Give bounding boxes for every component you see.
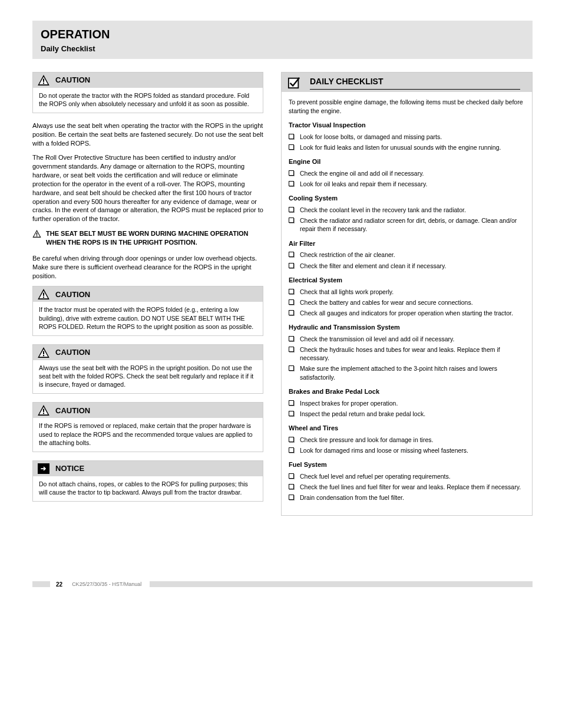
callout-body: If the ROPS is removed or replaced, make…: [33, 418, 263, 452]
svg-rect-2: [37, 233, 38, 235]
checkbox-empty-icon[interactable]: [289, 170, 294, 176]
checkbox-empty-icon[interactable]: [289, 484, 294, 489]
checklist-item: Look for oil leaks and repair them if ne…: [289, 180, 525, 188]
svg-rect-10: [289, 78, 299, 88]
checkbox-empty-icon[interactable]: [289, 289, 294, 294]
checklist-item-text: Check tire pressure and look for damage …: [300, 436, 433, 444]
right-column: DAILY CHECKLIST To prevent possible engi…: [281, 72, 533, 516]
checkbox-empty-icon[interactable]: [289, 181, 294, 186]
checkbox-empty-icon[interactable]: [289, 263, 294, 268]
checklist-item: Check that all lights work properly.: [289, 288, 525, 296]
page-title: OPERATION: [41, 27, 524, 42]
checklist-section: Fuel SystemCheck fuel level and refuel p…: [289, 460, 525, 502]
callout-label: CAUTION: [55, 406, 90, 416]
checklist-item-text: Check the filter and element and clean i…: [300, 262, 446, 270]
checkbox-empty-icon[interactable]: [289, 144, 294, 150]
checklist-section: Wheel and TiresCheck tire pressure and l…: [289, 424, 525, 454]
left-column: CAUTION Do not operate the tractor with …: [32, 72, 263, 510]
checklist-section: Brakes and Brake Pedal LockInspect brake…: [289, 387, 525, 418]
checklist-head: DAILY CHECKLIST: [282, 73, 532, 93]
footer-decoration: [150, 581, 533, 587]
checklist-title: DAILY CHECKLIST: [310, 76, 520, 90]
callout-body: Do not operate the tractor with the ROPS…: [33, 88, 263, 113]
checkbox-empty-icon[interactable]: [289, 299, 294, 305]
checklist-item: Check the fuel lines and fuel filter for…: [289, 483, 525, 491]
checklist-item-text: Check fuel level and refuel per operatin…: [300, 472, 451, 480]
checkbox-empty-icon[interactable]: [289, 336, 294, 341]
checklist-item: Check the filter and element and clean i…: [289, 262, 525, 270]
checkbox-empty-icon[interactable]: [289, 218, 294, 223]
checklist-body: To prevent possible engine damage, the f…: [282, 92, 532, 515]
checklist-item-text: Inspect brakes for proper operation.: [300, 399, 398, 407]
checkbox-empty-icon[interactable]: [289, 207, 294, 212]
svg-rect-4: [43, 293, 44, 296]
checklist-section: Hydraulic and Transmission SystemCheck t…: [289, 323, 525, 381]
checklist-box: DAILY CHECKLIST To prevent possible engi…: [281, 72, 533, 516]
checkbox-empty-icon[interactable]: [289, 495, 294, 500]
checklist-item: Drain condensation from the fuel filter.: [289, 493, 525, 502]
checklist-item: Check the transmission oil level and add…: [289, 335, 525, 343]
checklist-item-text: Make sure the implement attached to the …: [300, 364, 525, 381]
checkbox-empty-icon[interactable]: [289, 347, 294, 352]
checklist-item-text: Drain condensation from the fuel filter.: [300, 493, 404, 502]
checkbox-empty-icon[interactable]: [289, 411, 294, 416]
svg-rect-3: [37, 236, 38, 237]
checklist-item-text: Check that all lights work properly.: [300, 288, 394, 296]
checkbox-empty-icon[interactable]: [289, 365, 294, 371]
checklist-item-text: Check all gauges and indicators for prop…: [300, 309, 513, 317]
warning-triangle-icon: [38, 347, 49, 358]
section-title: Cooling System: [289, 194, 525, 203]
inline-warning-text: THE SEAT BELT MUST BE WORN DURING MACHIN…: [46, 229, 263, 247]
checklist-item: Check all gauges and indicators for prop…: [289, 309, 525, 317]
checkbox-empty-icon[interactable]: [289, 473, 294, 479]
warning-triangle-icon: [38, 75, 49, 85]
paragraph: The Roll Over Protective Structure has b…: [32, 153, 263, 223]
callout-label: CAUTION: [55, 289, 90, 300]
callout-label: CAUTION: [55, 347, 90, 358]
section-title: Tractor Visual Inspection: [289, 121, 525, 130]
checkbox-empty-icon[interactable]: [289, 400, 294, 406]
checkbox-empty-icon[interactable]: [289, 437, 294, 442]
checklist-item: Look for damaged rims and loose or missi…: [289, 446, 525, 454]
checklist-item: Check the coolant level in the recovery …: [289, 206, 525, 214]
checklist-item: Inspect brakes for proper operation.: [289, 399, 525, 407]
callout-head: CAUTION: [33, 73, 263, 88]
svg-rect-9: [43, 413, 44, 414]
content-columns: CAUTION Do not operate the tractor with …: [32, 72, 533, 516]
checklist-section: Electrical SystemCheck that all lights w…: [289, 276, 525, 317]
warning-triangle-icon: [38, 289, 49, 299]
checkbox-empty-icon[interactable]: [289, 310, 294, 315]
body-text: Always use the seat belt when operating …: [32, 121, 263, 223]
checkbox-empty-icon[interactable]: [289, 447, 294, 453]
paragraph: Be careful when driving through door ope…: [32, 254, 263, 281]
notice-callout: NOTICE Do not attach chains, ropes, or c…: [32, 460, 263, 502]
checklist-item: Look for loose bolts, or damaged and mis…: [289, 133, 525, 141]
checklist-item: Check the battery and cables for wear an…: [289, 298, 525, 307]
footer-decoration: [32, 581, 50, 587]
checklist-item: Check the hydraulic hoses and tubes for …: [289, 345, 525, 362]
callout-head: CAUTION: [33, 403, 263, 418]
checklist-item: Check tire pressure and look for damage …: [289, 436, 525, 444]
checklist-item-text: Check the fuel lines and fuel filter for…: [300, 483, 521, 491]
section-title: Engine Oil: [289, 157, 525, 166]
page-subtitle: Daily Checklist: [41, 44, 524, 54]
arrow-box-icon: [38, 463, 49, 474]
caution-callout-3: CAUTION Always use the seat belt with th…: [32, 344, 263, 394]
callout-label: CAUTION: [55, 75, 90, 85]
callout-head: NOTICE: [33, 461, 263, 476]
checklist-item: Check fuel level and refuel per operatin…: [289, 472, 525, 480]
caution-callout-2: CAUTION If the tractor must be operated …: [32, 286, 263, 336]
section-title: Electrical System: [289, 276, 525, 285]
checklist-item-text: Look for fluid leaks and listen for unus…: [300, 143, 501, 151]
warning-triangle-icon: [32, 230, 41, 238]
checklist-item-text: Check the transmission oil level and add…: [300, 335, 454, 343]
footer: 22 CK25/27/30/35 - HST/Manual: [32, 581, 533, 589]
checklist-item-text: Check the engine oil and add oil if nece…: [300, 169, 424, 177]
checkbox-empty-icon[interactable]: [289, 252, 294, 257]
checkbox-empty-icon[interactable]: [289, 134, 294, 139]
callout-label: NOTICE: [55, 463, 84, 474]
checklist-item: Inspect the pedal return and brake pedal…: [289, 410, 525, 418]
caution-callout-4: CAUTION If the ROPS is removed or replac…: [32, 402, 263, 452]
checklist-item-text: Look for loose bolts, or damaged and mis…: [300, 133, 442, 141]
checklist-item: Make sure the implement attached to the …: [289, 364, 525, 381]
